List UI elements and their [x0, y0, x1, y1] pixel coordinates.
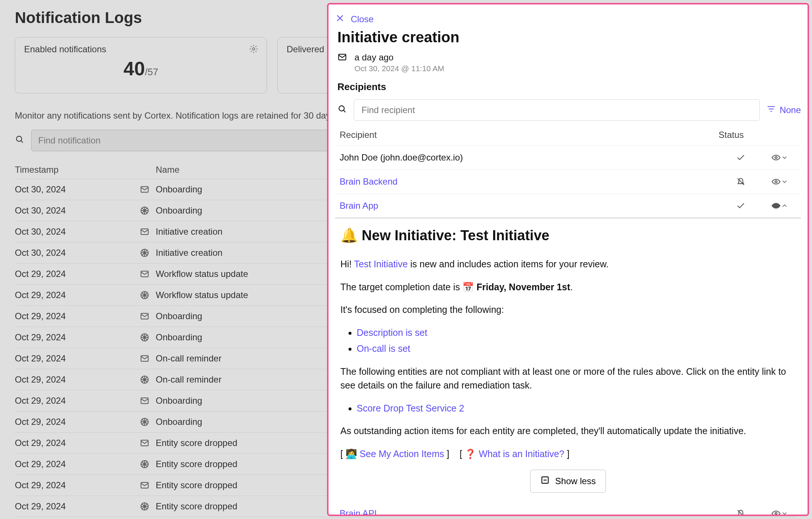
mail-icon [133, 480, 156, 490]
slack-icon [133, 375, 156, 384]
recipients-heading: Recipients [335, 81, 801, 93]
recipient-name[interactable]: Brain App [340, 201, 719, 211]
find-recipient-input[interactable] [354, 99, 760, 121]
log-timestamp: Oct 29, 2024 [15, 480, 133, 490]
slack-icon [133, 459, 156, 469]
slack-icon [133, 206, 156, 215]
mail-icon [133, 311, 156, 321]
log-timestamp: Oct 29, 2024 [15, 459, 133, 469]
enabled-card-denom: /57 [145, 66, 158, 77]
status-check-icon [719, 153, 763, 162]
log-timestamp: Oct 29, 2024 [15, 269, 133, 279]
see-action-items-link[interactable]: See My Action Items [360, 449, 444, 459]
noncompliant-entity-link[interactable]: Score Drop Test Service 2 [357, 403, 464, 413]
what-is-initiative-link[interactable]: What is an Initiative? [479, 449, 564, 459]
collapse-icon [540, 475, 550, 487]
recipient-filter-button[interactable]: None [766, 104, 801, 116]
mail-icon [133, 227, 156, 237]
focus-item-link[interactable]: Description is set [357, 327, 427, 338]
mail-icon [133, 185, 156, 194]
status-check-icon [719, 201, 763, 211]
mail-icon [133, 354, 156, 363]
close-icon [335, 13, 345, 25]
recipient-row[interactable]: John Doe (john.doe@cortex.io) [335, 146, 801, 170]
col-timestamp: Timestamp [15, 165, 133, 175]
timestamp-absolute: Oct 30, 2024 @ 11:10 AM [354, 64, 444, 73]
log-row[interactable]: Oct 29, 2024Service reevaluated [15, 517, 797, 519]
col-recipient: Recipient [340, 130, 719, 140]
gear-icon[interactable] [249, 44, 258, 56]
expand-toggle[interactable] [763, 177, 796, 186]
focus-item-link[interactable]: On-call is set [357, 343, 410, 354]
slack-icon [133, 290, 156, 300]
panel-title: Initiative creation [335, 29, 801, 46]
log-timestamp: Oct 29, 2024 [15, 417, 133, 427]
log-timestamp: Oct 29, 2024 [15, 290, 133, 300]
log-timestamp: Oct 29, 2024 [15, 332, 133, 343]
mail-icon [133, 269, 156, 279]
mail-icon [337, 52, 347, 64]
log-timestamp: Oct 29, 2024 [15, 501, 133, 512]
col-status: Status [719, 130, 763, 140]
log-timestamp: Oct 29, 2024 [15, 311, 133, 321]
expand-toggle[interactable] [763, 509, 796, 516]
log-timestamp: Oct 30, 2024 [15, 184, 133, 195]
status-muted-icon [719, 177, 763, 186]
timestamp-relative: a day ago [354, 52, 444, 63]
expand-toggle[interactable] [763, 201, 796, 211]
search-icon [337, 104, 347, 116]
search-icon [15, 135, 24, 146]
enabled-notifications-card: Enabled notifications 40/57 [15, 37, 267, 93]
slack-icon [133, 417, 156, 427]
recipient-row[interactable]: Brain Backend [335, 170, 801, 194]
slack-icon [133, 248, 156, 258]
status-muted-icon [719, 509, 763, 516]
message-title: 🔔 New Initiative: Test Initiative [340, 225, 796, 246]
log-timestamp: Oct 29, 2024 [15, 353, 133, 364]
mail-icon [133, 396, 156, 406]
slack-icon [133, 502, 156, 511]
close-label: Close [351, 14, 373, 24]
close-button[interactable]: Close [335, 13, 801, 25]
log-timestamp: Oct 29, 2024 [15, 374, 133, 385]
expand-toggle[interactable] [763, 153, 796, 162]
slack-icon [133, 333, 156, 342]
recipient-name[interactable]: Brain API [340, 508, 719, 516]
enabled-card-label: Enabled notifications [24, 44, 258, 54]
log-timestamp: Oct 29, 2024 [15, 438, 133, 448]
recipient-name[interactable]: Brain Backend [340, 176, 719, 187]
recipient-row[interactable]: Brain App [335, 194, 801, 218]
log-timestamp: Oct 29, 2024 [15, 396, 133, 406]
filter-icon [766, 104, 776, 116]
notification-detail-panel: Close Initiative creation a day ago Oct … [327, 3, 809, 516]
target-date: Friday, November 1st [476, 282, 570, 292]
log-timestamp: Oct 30, 2024 [15, 248, 133, 258]
filter-label: None [780, 105, 801, 115]
recipient-name: John Doe (john.doe@cortex.io) [340, 152, 719, 163]
log-timestamp: Oct 30, 2024 [15, 227, 133, 237]
mail-icon [133, 438, 156, 448]
recipient-row[interactable]: Brain API [335, 502, 801, 516]
enabled-card-value: 40 [123, 58, 145, 79]
log-timestamp: Oct 30, 2024 [15, 205, 133, 216]
initiative-link[interactable]: Test Initiative [354, 259, 408, 269]
message-body: 🔔 New Initiative: Test Initiative Hi! Te… [335, 218, 801, 493]
show-less-button[interactable]: Show less [530, 470, 605, 493]
